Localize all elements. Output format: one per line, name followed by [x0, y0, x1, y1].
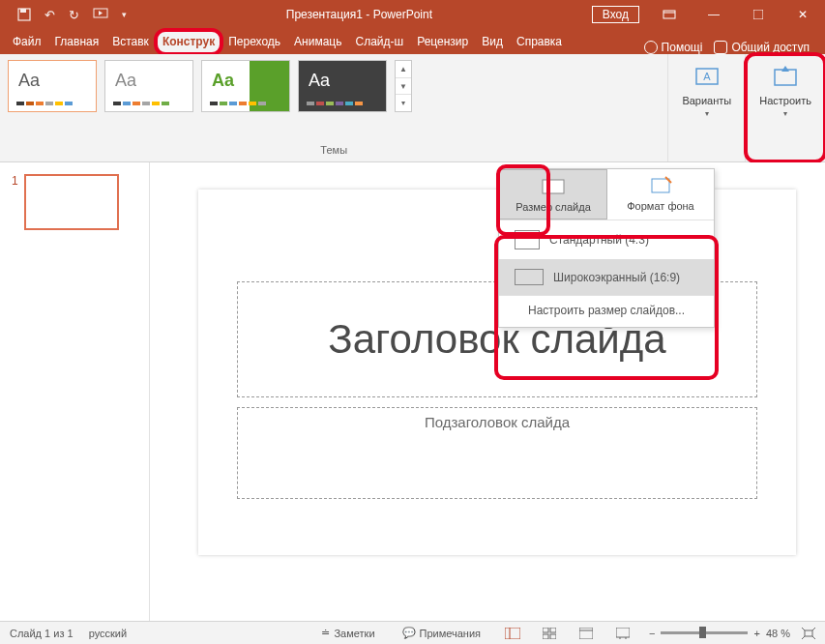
- svg-rect-6: [753, 10, 763, 19]
- ribbon-tabs: Файл Главная Вставк Конструк Переходь Ан…: [0, 29, 825, 54]
- group-label-themes: Темы: [8, 142, 660, 160]
- notes-button[interactable]: ≐Заметки: [321, 627, 374, 639]
- minimize-icon[interactable]: —: [692, 0, 736, 29]
- undo-icon[interactable]: ↶: [44, 8, 55, 22]
- svg-marker-3: [99, 11, 103, 15]
- close-icon[interactable]: ✕: [781, 0, 825, 29]
- zoom-percent[interactable]: 48 %: [766, 628, 790, 639]
- status-bar: Слайд 1 из 1 русский ≐Заметки 💬Примечани…: [0, 621, 825, 644]
- customize-button[interactable]: Настроить▾: [753, 60, 817, 123]
- theme-thumb-1[interactable]: Aa: [8, 60, 97, 112]
- slide-thumbnail-panel: 1: [0, 162, 150, 621]
- svg-rect-23: [805, 630, 812, 636]
- slide-thumbnail-1[interactable]: [24, 174, 119, 230]
- slide-canvas[interactable]: Заголовок слайда Подзаголовок слайда: [150, 162, 825, 621]
- format-bg-icon: [648, 175, 673, 196]
- ribbon-display-icon[interactable]: [647, 0, 692, 29]
- tab-insert[interactable]: Вставк: [105, 30, 156, 54]
- size-option-standard[interactable]: Стандартный (4:3): [499, 220, 714, 259]
- status-language[interactable]: русский: [89, 628, 127, 639]
- svg-rect-18: [579, 628, 593, 639]
- redo-icon[interactable]: ↻: [69, 8, 79, 22]
- zoom-slider[interactable]: [661, 631, 748, 634]
- customize-icon: [772, 64, 799, 91]
- fit-to-window-icon[interactable]: [802, 628, 815, 639]
- svg-text:A: A: [703, 71, 711, 82]
- qat-customize-icon[interactable]: ▾: [122, 10, 127, 19]
- svg-rect-10: [543, 180, 564, 193]
- theme-thumb-4[interactable]: Aa: [298, 60, 387, 112]
- tab-slideshow[interactable]: Слайд-ш: [349, 30, 411, 54]
- slideshow-qat-icon[interactable]: [93, 8, 108, 21]
- theme-scroller[interactable]: ▲▼▾: [395, 60, 412, 112]
- tab-transitions[interactable]: Переходь: [221, 30, 287, 54]
- zoom-in-icon[interactable]: +: [753, 628, 759, 639]
- aspect-16-9-icon: [515, 269, 544, 285]
- slide-subtitle-placeholder[interactable]: Подзаголовок слайда: [237, 407, 757, 499]
- aspect-4-3-icon: [515, 230, 540, 249]
- customize-dropdown: Размер слайда Формат фона Стандартный (4…: [498, 168, 715, 328]
- tab-home[interactable]: Главная: [48, 30, 106, 54]
- tab-animations[interactable]: Анимаць: [287, 30, 348, 54]
- sorter-view-icon[interactable]: [539, 626, 560, 641]
- share-icon: [714, 41, 727, 54]
- svg-rect-4: [663, 11, 675, 18]
- svg-rect-11: [652, 179, 669, 192]
- zoom-out-icon[interactable]: −: [649, 628, 655, 639]
- svg-rect-9: [775, 70, 796, 85]
- signin-button[interactable]: Вход: [592, 6, 639, 23]
- slide-size-icon: [541, 176, 566, 197]
- theme-scroll-down-icon[interactable]: ▼: [396, 78, 411, 96]
- save-icon[interactable]: [17, 8, 31, 21]
- maximize-icon[interactable]: [736, 0, 781, 29]
- svg-rect-12: [505, 628, 520, 639]
- normal-view-icon[interactable]: [502, 626, 523, 641]
- comments-icon: 💬: [402, 627, 416, 639]
- lightbulb-icon: [644, 41, 658, 54]
- status-slide-counter: Слайд 1 из 1: [10, 628, 74, 639]
- share-button[interactable]: Общий доступ: [714, 41, 810, 54]
- svg-rect-15: [550, 628, 556, 632]
- tab-view[interactable]: Вид: [475, 30, 510, 54]
- svg-rect-20: [616, 628, 630, 637]
- theme-expand-icon[interactable]: ▾: [396, 95, 411, 111]
- size-option-widescreen[interactable]: Широкоэкранный (16:9): [499, 259, 714, 295]
- theme-thumb-3[interactable]: Aa: [201, 60, 290, 112]
- svg-rect-17: [550, 634, 556, 639]
- tab-file[interactable]: Файл: [6, 30, 48, 54]
- svg-rect-16: [543, 634, 548, 639]
- variants-button[interactable]: A Варианты▾: [676, 60, 737, 123]
- slideshow-view-icon[interactable]: [612, 626, 633, 641]
- tab-review[interactable]: Рецензир: [410, 30, 475, 54]
- tab-design[interactable]: Конструк: [156, 30, 221, 54]
- tell-me-button[interactable]: Помощі: [644, 41, 703, 54]
- svg-rect-1: [20, 9, 26, 13]
- title-bar: ↶ ↻ ▾ Презентация1 - PowerPoint Вход — ✕: [0, 0, 825, 29]
- svg-rect-14: [543, 628, 548, 632]
- slide-thumb-number: 1: [12, 174, 18, 188]
- theme-scroll-up-icon[interactable]: ▲: [396, 61, 411, 78]
- theme-thumb-2[interactable]: Aa: [104, 60, 193, 112]
- notes-icon: ≐: [321, 627, 330, 639]
- format-background-button[interactable]: Формат фона: [607, 169, 714, 220]
- variants-icon: A: [693, 64, 721, 91]
- ribbon-design: Aa Aa Aa Aa ▲▼▾ Темы A Варианты▾ Настрои…: [0, 54, 825, 162]
- slide-size-button[interactable]: Размер слайда: [499, 169, 607, 220]
- tab-help[interactable]: Справка: [510, 30, 569, 54]
- comments-button[interactable]: 💬Примечания: [402, 627, 482, 639]
- size-option-custom[interactable]: Настроить размер слайдов...: [499, 295, 714, 327]
- document-title: Презентация1 - PowerPoint: [286, 8, 432, 21]
- reading-view-icon[interactable]: [575, 626, 597, 641]
